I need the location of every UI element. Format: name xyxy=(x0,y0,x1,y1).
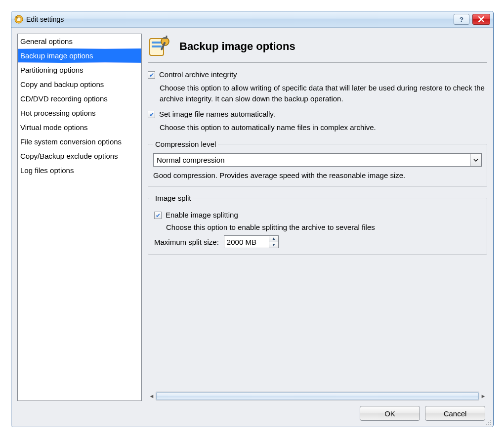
image-split-legend: Image split xyxy=(153,194,193,202)
ok-button[interactable]: OK xyxy=(360,406,420,421)
control-archive-integrity-label: Control archive integrity xyxy=(159,70,237,80)
max-split-size-field[interactable] xyxy=(224,236,269,248)
edit-settings-dialog: Edit settings ? General optionsBackup im… xyxy=(11,11,494,427)
help-button[interactable]: ? xyxy=(454,14,469,25)
svg-point-9 xyxy=(490,422,491,423)
auto-name-checkbox[interactable]: ✔ xyxy=(148,111,155,118)
sidebar-item[interactable]: Copy and backup options xyxy=(18,77,141,91)
sidebar-item[interactable]: Copy/Backup exclude options xyxy=(18,149,141,163)
control-archive-integrity-desc: Choose this option to allow writing of s… xyxy=(160,83,487,104)
auto-name-desc: Choose this option to automatically name… xyxy=(160,122,487,133)
control-archive-integrity-checkbox[interactable]: ✔ xyxy=(148,71,155,79)
spin-up-icon[interactable]: ▲ xyxy=(269,236,278,242)
sidebar-item[interactable]: Log files options xyxy=(18,163,141,178)
window-title: Edit settings xyxy=(26,15,64,23)
page-icon xyxy=(149,36,170,57)
svg-point-8 xyxy=(488,422,489,423)
page-title: Backup image options xyxy=(179,40,295,53)
close-button[interactable] xyxy=(472,14,490,25)
image-split-group: Image split ✔ Enable image splitting Cho… xyxy=(148,194,487,255)
dialog-content: General optionsBackup image optionsParti… xyxy=(11,28,493,427)
scroll-left-icon[interactable]: ◄ xyxy=(148,393,156,399)
auto-name-label: Set image file names automatically. xyxy=(159,109,275,119)
compression-group: Compression level Normal compression Goo… xyxy=(148,140,487,187)
sidebar-item[interactable]: Backup image options xyxy=(18,48,141,63)
sidebar-item[interactable]: Hot processing options xyxy=(18,106,141,120)
sidebar-item[interactable]: File system conversion options xyxy=(18,134,141,149)
compression-hint: Good compression. Provides average speed… xyxy=(153,171,482,180)
sidebar-item[interactable]: CD/DVD recording options xyxy=(18,91,141,106)
sidebar-item[interactable]: Partitioning options xyxy=(18,63,141,77)
sidebar-item[interactable]: Virtual mode options xyxy=(18,120,141,134)
svg-point-10 xyxy=(486,424,487,425)
cancel-button[interactable]: Cancel xyxy=(425,406,485,421)
svg-point-12 xyxy=(490,424,491,425)
svg-point-11 xyxy=(488,424,489,425)
enable-splitting-checkbox[interactable]: ✔ xyxy=(154,212,162,219)
max-split-size-input[interactable]: ▲ ▼ xyxy=(224,235,279,248)
enable-splitting-label: Enable image splitting xyxy=(166,210,238,220)
titlebar[interactable]: Edit settings ? xyxy=(11,11,493,28)
scroll-right-icon[interactable]: ► xyxy=(479,393,487,399)
settings-panel: Backup image options ✔ Control archive i… xyxy=(148,34,487,401)
svg-rect-3 xyxy=(152,42,162,44)
app-icon xyxy=(14,15,23,24)
spin-down-icon[interactable]: ▼ xyxy=(269,242,278,248)
scrollbar-track[interactable] xyxy=(156,392,479,400)
compression-legend: Compression level xyxy=(153,140,218,148)
chevron-down-icon[interactable] xyxy=(470,154,481,166)
category-list[interactable]: General optionsBackup image optionsParti… xyxy=(17,34,142,401)
enable-splitting-desc: Choose this option to enable splitting t… xyxy=(166,223,482,231)
compression-value: Normal compression xyxy=(157,156,225,164)
max-split-label: Maximum split size: xyxy=(154,238,219,246)
svg-point-7 xyxy=(490,420,491,421)
sidebar-item[interactable]: General options xyxy=(18,34,141,48)
svg-rect-4 xyxy=(152,45,162,47)
compression-dropdown[interactable]: Normal compression xyxy=(153,153,482,167)
horizontal-scrollbar[interactable]: ◄ ► xyxy=(148,391,487,401)
scrollbar-thumb[interactable] xyxy=(156,392,479,400)
